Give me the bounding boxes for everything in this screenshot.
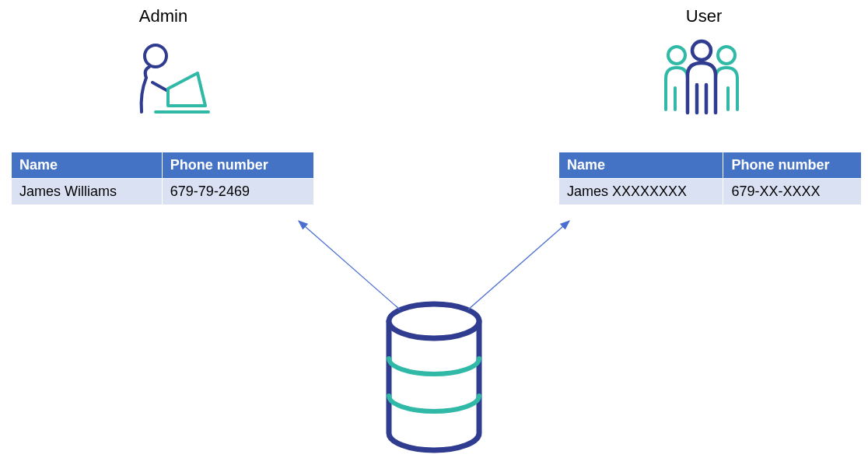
col-name-header: Name (12, 152, 163, 179)
arrow-to-user (468, 221, 569, 309)
admin-data-table: Name Phone number James Williams 679-79-… (11, 152, 314, 205)
svg-point-0 (145, 45, 166, 67)
svg-point-3 (718, 47, 735, 64)
user-data-table: Name Phone number James XXXXXXXX 679-XX-… (558, 152, 862, 205)
cell-name: James Williams (12, 179, 163, 205)
svg-point-5 (692, 41, 711, 60)
table-row: James XXXXXXXX 679-XX-XXXX (559, 179, 862, 205)
table-header-row: Name Phone number (559, 152, 862, 179)
arrow-to-admin (299, 221, 400, 309)
col-phone-header: Phone number (162, 152, 313, 179)
table-row: James Williams 679-79-2469 (12, 179, 314, 205)
admin-title: Admin (86, 6, 241, 26)
admin-at-laptop-icon (124, 39, 210, 128)
database-icon (380, 299, 488, 458)
cell-name: James XXXXXXXX (559, 179, 723, 205)
table-header-row: Name Phone number (12, 152, 314, 179)
col-phone-header: Phone number (723, 152, 862, 179)
cell-phone: 679-79-2469 (162, 179, 313, 205)
user-title: User (626, 6, 782, 26)
user-group-icon (655, 35, 748, 124)
svg-point-1 (668, 47, 685, 64)
cell-phone: 679-XX-XXXX (723, 179, 862, 205)
col-name-header: Name (559, 152, 723, 179)
svg-point-8 (389, 304, 479, 338)
